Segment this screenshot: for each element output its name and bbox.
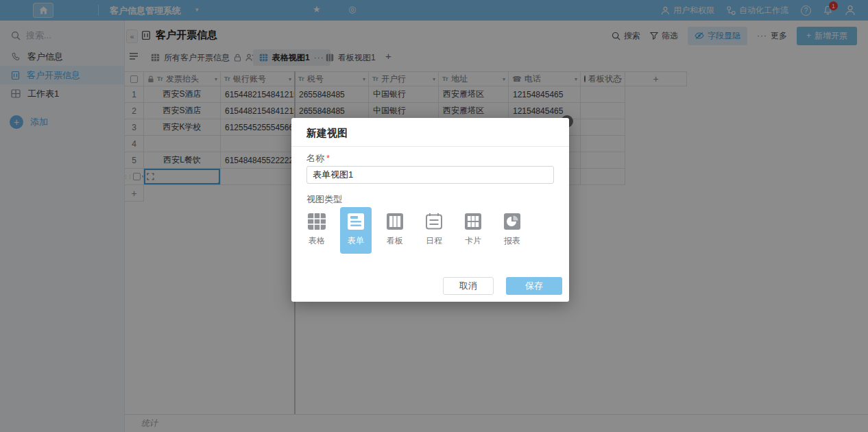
calendar-type-icon xyxy=(425,213,443,230)
view-type-options: 表格 表单 看板 日程 卡片 xyxy=(301,207,528,254)
new-view-modal: 新建视图 名称* 视图类型 表格 表单 看板 日程 xyxy=(291,118,569,302)
view-type-report[interactable]: 报表 xyxy=(496,207,528,254)
view-type-table[interactable]: 表格 xyxy=(301,207,333,254)
save-button[interactable]: 保存 xyxy=(506,277,562,295)
view-type-card[interactable]: 卡片 xyxy=(457,207,489,254)
pie-chart-type-icon xyxy=(503,213,521,230)
cancel-button[interactable]: 取消 xyxy=(443,277,494,295)
view-type-label: 视图类型 xyxy=(306,193,342,206)
modal-title: 新建视图 xyxy=(306,127,348,140)
table-type-icon xyxy=(307,213,326,230)
view-type-form[interactable]: 表单 xyxy=(340,207,372,254)
modal-divider xyxy=(291,146,569,147)
view-type-schedule[interactable]: 日程 xyxy=(418,207,450,254)
card-type-icon xyxy=(464,213,482,230)
view-type-kanban[interactable]: 看板 xyxy=(379,207,411,254)
view-name-input[interactable] xyxy=(306,166,554,184)
form-type-icon xyxy=(347,213,365,230)
name-label: 名称* xyxy=(306,152,330,165)
kanban-type-icon xyxy=(386,213,404,230)
required-mark: * xyxy=(326,153,330,163)
